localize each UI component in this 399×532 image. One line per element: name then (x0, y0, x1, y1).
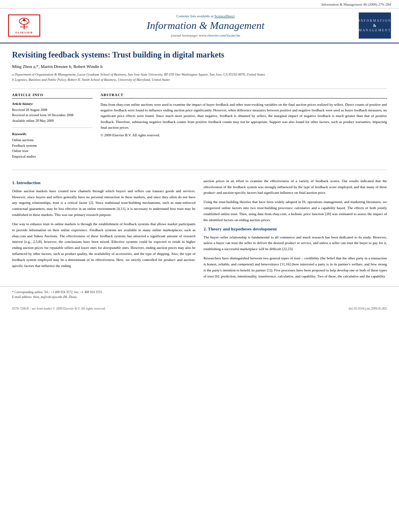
article-content: Revisiting feedback systems: Trust build… (0, 43, 399, 178)
journal-header: ELSEVIER Contents lists available at Sci… (0, 8, 399, 43)
keyword-2: Feedback systems (12, 143, 93, 149)
body-columns: 1. Introduction Online auction markets h… (0, 178, 399, 283)
footer-doi: doi:10.1016/j.im.2009.05.002 (349, 307, 387, 310)
section2-paragraph-1: The buyer–seller relationship is fundame… (204, 234, 387, 253)
intro-paragraph-2: One way to enhance trust in online marke… (12, 221, 195, 269)
homepage-url[interactable]: www.elsevier.com/locate/im (199, 33, 240, 37)
section2-title: 2. Theory and hypotheses development (204, 226, 387, 231)
article-title: Revisiting feedback systems: Trust build… (12, 49, 387, 60)
body-right-column: auction prices in an effort to examine t… (204, 178, 387, 283)
authors: Ming Zhou a,*, Martin Dresner b, Robert … (12, 64, 387, 69)
elsevier-tree-icon (14, 17, 34, 30)
keywords-section: Keywords: Online auctions Feedback syste… (12, 132, 93, 159)
keywords-label: Keywords: (12, 132, 93, 136)
keyword-3: Online trust (12, 148, 93, 154)
logo-line3: MANAGEMENT (359, 29, 391, 32)
journal-center: Contents lists available at ScienceDirec… (52, 14, 359, 37)
footer-issn: 0378-7206/$ – see front matter © 2009 El… (12, 307, 106, 310)
received-1: Received 28 August 2008 (12, 107, 93, 113)
footer-bottom: 0378-7206/$ – see front matter © 2009 El… (0, 305, 399, 312)
affiliation-a: a Department of Organization & Managemen… (12, 72, 387, 77)
received-revised: Received in revised form 18 December 200… (12, 113, 93, 118)
body-left-column: 1. Introduction Online auction markets h… (12, 178, 195, 283)
copyright-text: © 2009 Elsevier B.V. All rights reserved… (101, 132, 387, 138)
reputable-italic: reputable (49, 246, 63, 250)
divider-body (12, 170, 387, 170)
info-divider (12, 127, 93, 128)
logo-line2: & (373, 23, 376, 28)
citation-bar: Information & Management 46 (2009) 279–2… (0, 0, 399, 8)
sciencedirect-prefix: Contents lists available at (177, 14, 214, 18)
elsevier-logo-box: ELSEVIER (8, 14, 40, 37)
available-online: Available online 28 May 2009 (12, 118, 93, 124)
article-info-column: ARTICLE INFO Article history: Received 2… (12, 93, 93, 164)
footer-email: E-mail address: zhou_m@cob.sjsu.edu (M. … (12, 295, 387, 300)
sciencedirect-text: Contents lists available at ScienceDirec… (52, 14, 359, 18)
citation-text: Information & Management 46 (2009) 279–2… (321, 2, 391, 6)
journal-logo: INFORMATION & MANAGEMENT (359, 12, 391, 39)
homepage-prefix: journal homepage: (171, 33, 199, 37)
keyword-1: Online auctions (12, 138, 93, 143)
disreputable-italic: disreputable (103, 246, 121, 250)
intro-title: 1. Introduction (12, 180, 195, 185)
sciencedirect-link[interactable]: ScienceDirect (214, 14, 234, 18)
section2-paragraph-2: Researchers have distinguished between t… (204, 255, 387, 279)
history-label: Article history: (12, 102, 93, 106)
right-paragraph-1: auction prices in an effort to examine t… (204, 178, 387, 196)
page-container: Information & Management 46 (2009) 279–2… (0, 0, 399, 532)
logo-line1: INFORMATION (359, 19, 391, 23)
elsevier-logo: ELSEVIER (8, 14, 44, 37)
keyword-4: Empirical studies (12, 154, 93, 160)
abstract-column: ABSTRACT Data from ebay.com online aucti… (101, 93, 387, 164)
divider-top (12, 88, 387, 89)
abstract-heading: ABSTRACT (101, 93, 387, 99)
footer-area: * Corresponding author. Tel.: +1 408 924… (0, 286, 399, 303)
affiliation-b: b Logistics, Business and Public Policy,… (12, 77, 387, 82)
info-abstract-section: ARTICLE INFO Article history: Received 2… (12, 93, 387, 164)
journal-homepage: journal homepage: www.elsevier.com/locat… (52, 33, 359, 37)
affiliations: a Department of Organization & Managemen… (12, 72, 387, 82)
elsevier-wordmark: ELSEVIER (15, 31, 33, 34)
svg-point-3 (23, 19, 25, 21)
article-history: Article history: Received 28 August 2008… (12, 102, 93, 124)
article-info-heading: ARTICLE INFO (12, 93, 93, 99)
footer-corresponding: * Corresponding author. Tel.: +1 408 924… (12, 290, 387, 295)
intro-paragraph-1: Online auction markets have created new … (12, 188, 195, 218)
right-paragraph-2: Using the trust-building theories that h… (204, 199, 387, 223)
journal-title: Information & Management (52, 20, 359, 32)
abstract-text: Data from ebay.com online auctions were … (101, 102, 387, 131)
